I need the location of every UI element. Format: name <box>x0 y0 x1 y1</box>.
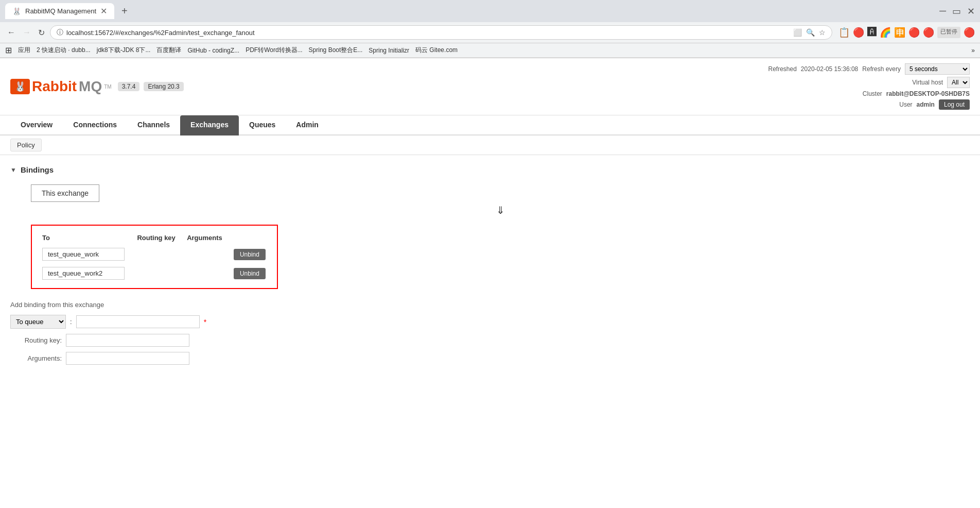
bindings-section-header[interactable]: ▼ Bindings <box>10 165 970 174</box>
logout-button[interactable]: Log out <box>939 99 970 110</box>
vhost-select[interactable]: All <box>947 77 970 88</box>
extension-icon-1[interactable]: 📋 <box>838 27 850 38</box>
new-tab-button[interactable]: + <box>118 5 131 17</box>
address-text: localhost:15672/#/exchanges/%2Fadmin/tes… <box>66 29 790 37</box>
logo-erlang: Erlang 20.3 <box>144 82 183 91</box>
queue-cell-2: test_queue_work2 <box>42 267 125 280</box>
exchange-box: This exchange <box>31 184 99 202</box>
minimize-icon[interactable]: ─ <box>939 6 946 17</box>
forward-button[interactable]: → <box>21 26 33 39</box>
bookmark-gitee[interactable]: 码云 Gitee.com <box>415 46 458 55</box>
to-queue-select[interactable]: To queue To exchange <box>10 315 66 329</box>
header-right: Refreshed 2020-02-05 15:36:08 Refresh ev… <box>768 63 970 110</box>
refresh-select[interactable]: 5 seconds Every 10 seconds Every 30 seco… <box>905 63 970 75</box>
browser-chrome: 🐰 RabbitMQ Management ✕ + ─ ▭ ✕ ← → ↻ ⓘ … <box>0 0 980 58</box>
form-row-to: To queue To exchange : * <box>10 315 970 329</box>
nav-channels[interactable]: Channels <box>127 115 180 136</box>
back-button[interactable]: ← <box>5 26 18 39</box>
bookmark-github[interactable]: GitHub - codingZ... <box>187 47 239 54</box>
extension-icon-4[interactable]: 🌈 <box>880 27 891 38</box>
logo-rabbit: Rabbit <box>32 78 77 95</box>
sub-nav-policy[interactable]: Policy <box>10 139 42 151</box>
binding-row-2-routing-key <box>132 264 182 283</box>
user-value: admin <box>917 101 935 108</box>
extension-icon-8[interactable]: 🔴 <box>964 27 975 38</box>
arguments-input[interactable] <box>66 352 189 365</box>
search-icon[interactable]: 🔍 <box>806 28 815 37</box>
app-logo: 🐰 Rabbit MQ TM 3.7.4 Erlang 20.3 <box>10 78 184 95</box>
user-label: User <box>899 101 912 108</box>
browser-tab-title: RabbitMQ Management <box>25 7 96 15</box>
col-header-arguments: Arguments <box>182 231 229 245</box>
more-bookmarks-icon[interactable]: » <box>971 47 975 54</box>
apps-icon[interactable]: ⊞ <box>5 45 12 55</box>
bookmark-spring-init[interactable]: Spring Initializr <box>369 47 409 54</box>
binding-row-2: test_queue_work2 Unbind <box>37 264 272 283</box>
maximize-icon[interactable]: ▭ <box>952 6 961 17</box>
vhost-row: Virtual host All <box>768 77 970 88</box>
col-header-routing-key: Routing key <box>132 231 182 245</box>
close-window-icon[interactable]: ✕ <box>967 6 975 17</box>
extension-icon-3[interactable]: 🅰 <box>867 27 877 38</box>
to-queue-input[interactable] <box>76 315 200 328</box>
binding-row-1-to: test_queue_work <box>37 245 132 264</box>
extension-icon-5[interactable]: 🈸 <box>894 27 905 38</box>
add-binding-section: Add binding from this exchange To queue … <box>10 301 970 365</box>
bookmark-spring-boot[interactable]: Spring Boot整合E... <box>309 46 363 55</box>
nav-queues[interactable]: Queues <box>239 115 286 136</box>
routing-key-label: Routing key: <box>10 336 62 344</box>
collapse-triangle-icon: ▼ <box>10 166 16 174</box>
tab-close-icon[interactable]: ✕ <box>100 6 107 16</box>
reload-button[interactable]: ↻ <box>36 26 47 40</box>
extension-icon-7[interactable]: 🔴 <box>923 27 934 38</box>
sub-nav: Policy <box>0 136 980 155</box>
bookmark-quick-start[interactable]: 2 快速启动 · dubb... <box>37 46 91 55</box>
app-header: 🐰 Rabbit MQ TM 3.7.4 Erlang 20.3 Refresh… <box>0 58 980 115</box>
lock-icon: ⓘ <box>57 28 63 37</box>
nav-admin[interactable]: Admin <box>286 115 329 136</box>
vhost-label: Virtual host <box>912 79 943 86</box>
bindings-section-title: Bindings <box>21 165 54 174</box>
arguments-label: Arguments: <box>10 354 62 362</box>
unbind-button-1[interactable]: Unbind <box>234 249 266 260</box>
nav-exchanges[interactable]: Exchanges <box>180 115 239 136</box>
rabbitmq-logo-icon: 🐰 <box>10 79 30 94</box>
nav-overview[interactable]: Overview <box>10 115 63 136</box>
add-binding-title: Add binding from this exchange <box>10 301 970 309</box>
col-header-to: To <box>37 231 132 245</box>
bookmark-baidu-translate[interactable]: 百度翻译 <box>156 46 181 55</box>
refreshed-time: 2020-02-05 15:36:08 <box>801 65 858 73</box>
routing-key-input[interactable] <box>66 334 189 347</box>
refresh-label: Refresh every <box>862 65 901 73</box>
binding-row-1-arguments <box>182 245 229 264</box>
bookmark-apps[interactable]: 应用 <box>18 46 30 55</box>
queue-cell-1: test_queue_work <box>42 248 125 261</box>
form-colon: : <box>70 318 72 326</box>
browser-titlebar: 🐰 RabbitMQ Management ✕ + ─ ▭ ✕ <box>0 0 980 22</box>
bindings-table: To Routing key Arguments test_queue_work <box>37 231 272 283</box>
address-bar-icons: ⬜ 🔍 ☆ <box>793 28 826 37</box>
content-area: ▼ Bindings This exchange ⇓ To Routing ke… <box>0 155 980 380</box>
unbind-button-2[interactable]: Unbind <box>234 268 266 279</box>
extension-icon-2[interactable]: 🔴 <box>853 27 864 38</box>
browser-tab[interactable]: 🐰 RabbitMQ Management ✕ <box>5 3 114 19</box>
form-row-routing-key: Routing key: <box>10 334 970 347</box>
cluster-label: Cluster <box>863 90 882 97</box>
nav-connections[interactable]: Connections <box>63 115 127 136</box>
bookmark-jdk8[interactable]: jdk8下载-JDK 8下... <box>97 46 151 55</box>
logo-tm: TM <box>104 84 111 90</box>
browser-controls: ← → ↻ ⓘ localhost:15672/#/exchanges/%2Fa… <box>0 22 980 43</box>
address-bar[interactable]: ⓘ localhost:15672/#/exchanges/%2Fadmin/t… <box>50 25 832 40</box>
bookmark-pdf[interactable]: PDF转Word转换器... <box>246 46 302 55</box>
refresh-row: Refreshed 2020-02-05 15:36:08 Refresh ev… <box>768 63 970 75</box>
required-star-icon: * <box>204 318 206 326</box>
arrow-down-icon: ⇓ <box>31 204 970 216</box>
logo-version: 3.7.4 <box>118 82 140 91</box>
bookmark-star-icon[interactable]: ☆ <box>819 28 826 37</box>
binding-row-1-routing-key <box>132 245 182 264</box>
extension-icon-6[interactable]: 🔴 <box>908 27 920 38</box>
rabbitmq-favicon-icon: 🐰 <box>12 7 21 15</box>
screenshot-icon[interactable]: ⬜ <box>793 28 802 37</box>
logo-mq: MQ <box>79 78 102 95</box>
user-row: User admin Log out <box>768 99 970 110</box>
